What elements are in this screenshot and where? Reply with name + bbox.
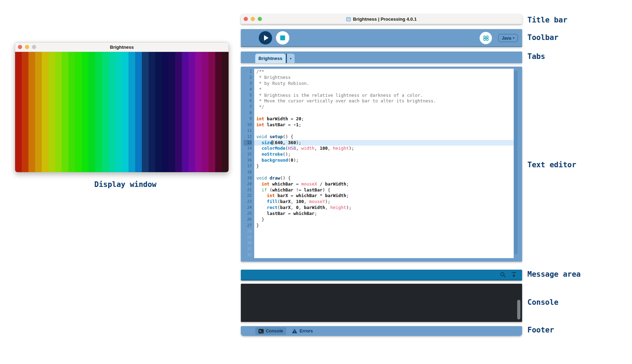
footer-console-tab[interactable]: >_ Console bbox=[255, 327, 286, 335]
code-line[interactable]: int barX = whichBar * barWidth; bbox=[254, 193, 514, 199]
color-bar bbox=[142, 52, 149, 173]
message-area bbox=[241, 270, 522, 281]
ide-footer: >_ Console Errors bbox=[241, 326, 522, 336]
line-number: 4 bbox=[244, 87, 252, 93]
debug-button[interactable] bbox=[480, 32, 492, 44]
display-window: Brightness bbox=[15, 42, 229, 173]
color-bar bbox=[195, 52, 202, 173]
errors-tab-label: Errors bbox=[299, 329, 313, 333]
tab-dropdown-button[interactable]: ▾ bbox=[286, 54, 295, 63]
footer-errors-tab[interactable]: Errors bbox=[292, 329, 313, 333]
code-line[interactable] bbox=[254, 169, 514, 175]
scroll-to-bottom-icon[interactable] bbox=[511, 272, 516, 278]
code-line[interactable]: } bbox=[254, 163, 514, 169]
warning-icon bbox=[292, 329, 297, 333]
color-bar bbox=[162, 52, 169, 173]
stop-icon bbox=[280, 35, 285, 40]
line-number: 5 bbox=[244, 93, 252, 99]
line-number: 10 bbox=[244, 122, 252, 128]
line-number: 7 bbox=[244, 104, 252, 110]
code-line[interactable]: colorMode(HSB, width, 100, height); bbox=[254, 146, 514, 151]
code-area[interactable]: /** * Brightness * by Rusty Robison. * *… bbox=[254, 69, 514, 258]
code-line[interactable]: } bbox=[254, 217, 514, 223]
code-line[interactable] bbox=[254, 235, 514, 241]
line-number: 26 bbox=[244, 217, 252, 223]
search-icon[interactable] bbox=[500, 272, 506, 278]
color-bar bbox=[115, 52, 122, 173]
line-number: 20 bbox=[244, 181, 252, 187]
annotation-toolbar: Toolbar bbox=[527, 33, 559, 42]
code-line[interactable]: * Move the cursor vertically over each b… bbox=[254, 98, 514, 104]
code-line[interactable]: * bbox=[254, 87, 514, 93]
line-number: 22 bbox=[244, 193, 252, 199]
code-line[interactable]: background(0); bbox=[254, 157, 514, 163]
stop-button[interactable] bbox=[276, 31, 289, 45]
code-line[interactable]: size(640, 360); bbox=[254, 140, 514, 146]
code-line[interactable]: void setup() { bbox=[254, 134, 514, 140]
color-bar bbox=[175, 52, 182, 173]
line-number: 23 bbox=[244, 199, 252, 205]
color-bar bbox=[22, 52, 28, 173]
color-bar bbox=[189, 52, 195, 173]
code-line[interactable]: } bbox=[254, 223, 514, 229]
mode-selector-java[interactable]: Java ▾ bbox=[498, 34, 518, 42]
editor-scrollbar-thumb[interactable] bbox=[514, 70, 518, 254]
code-line[interactable] bbox=[254, 252, 514, 258]
console-output[interactable] bbox=[241, 284, 522, 322]
code-line[interactable]: int whichBar = mouseX / barWidth; bbox=[254, 181, 514, 187]
line-number: 13 bbox=[244, 140, 252, 146]
color-bar bbox=[108, 52, 115, 173]
color-bars-canvas[interactable] bbox=[15, 52, 229, 173]
ide-toolbar: Java ▾ bbox=[241, 29, 522, 47]
line-number: 32 bbox=[244, 252, 252, 258]
code-line[interactable]: * Brightness bbox=[254, 75, 514, 81]
line-number: 11 bbox=[244, 128, 252, 134]
code-line[interactable]: fill(barX, 100, mouseY); bbox=[254, 199, 514, 205]
color-bar bbox=[155, 52, 162, 173]
line-number: 8 bbox=[244, 110, 252, 116]
code-line[interactable]: void draw() { bbox=[254, 175, 514, 181]
mode-label: Java bbox=[502, 36, 511, 41]
code-line[interactable] bbox=[254, 246, 514, 252]
color-bar bbox=[68, 52, 75, 173]
code-line[interactable]: /** bbox=[254, 69, 514, 75]
color-bar bbox=[222, 52, 229, 173]
code-line[interactable]: rect(barX, 0, barWidth, height); bbox=[254, 205, 514, 211]
line-number: 9 bbox=[244, 116, 252, 122]
code-line[interactable]: noStroke(); bbox=[254, 151, 514, 157]
console-tab-label: Console bbox=[266, 329, 283, 333]
text-editor: 1234567891011121314151617181920212223242… bbox=[241, 67, 522, 262]
code-line[interactable]: int lastBar = -1; bbox=[254, 122, 514, 128]
chevron-down-icon: ▾ bbox=[290, 57, 292, 60]
color-bar bbox=[209, 52, 215, 173]
color-bar bbox=[75, 52, 82, 173]
code-line[interactable]: * Brightness is the relative lightness o… bbox=[254, 93, 514, 99]
line-number: 15 bbox=[244, 151, 252, 157]
code-line[interactable]: */ bbox=[254, 104, 514, 110]
line-number: 28 bbox=[244, 229, 252, 235]
editor-scrollbar[interactable] bbox=[514, 69, 519, 258]
code-line[interactable]: * by Rusty Robison. bbox=[254, 81, 514, 87]
line-number: 18 bbox=[244, 169, 252, 175]
tab-brightness[interactable]: Brightness bbox=[255, 54, 285, 63]
console-scrollbar-thumb[interactable] bbox=[517, 300, 520, 320]
annotation-footer: Footer bbox=[527, 325, 554, 335]
line-number: 12 bbox=[244, 134, 252, 140]
code-line[interactable]: if (whichBar != lastBar) { bbox=[254, 187, 514, 193]
code-line[interactable]: int barWidth = 20; bbox=[254, 116, 514, 122]
display-window-titlebar: Brightness bbox=[15, 42, 229, 52]
code-line[interactable] bbox=[254, 229, 514, 235]
code-line[interactable] bbox=[254, 128, 514, 134]
color-bar bbox=[82, 52, 88, 173]
color-bar bbox=[15, 52, 22, 173]
code-line[interactable]: lastBar = whichBar; bbox=[254, 211, 514, 217]
line-number: 3 bbox=[244, 81, 252, 87]
code-line[interactable] bbox=[254, 240, 514, 246]
color-bar bbox=[135, 52, 142, 173]
run-button[interactable] bbox=[259, 31, 272, 45]
display-window-label: Display window bbox=[15, 180, 236, 189]
tab-label: Brightness bbox=[258, 56, 282, 61]
play-icon bbox=[264, 35, 269, 41]
line-number: 6 bbox=[244, 98, 252, 104]
code-line[interactable] bbox=[254, 110, 514, 116]
